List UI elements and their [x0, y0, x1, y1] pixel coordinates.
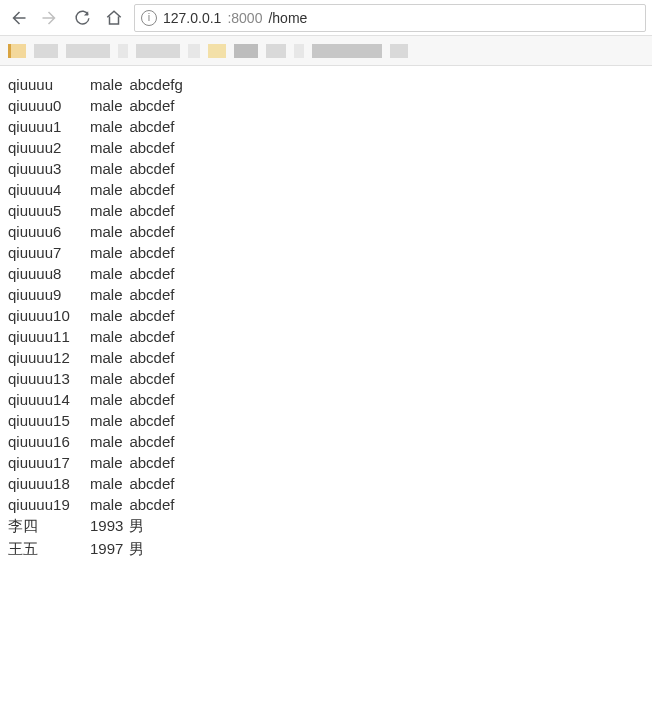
cell-col3: abcdef — [129, 347, 188, 368]
forward-button[interactable] — [38, 6, 62, 30]
cell-col3: abcdef — [129, 116, 188, 137]
cell-col3: abcdef — [129, 158, 188, 179]
browser-toolbar: i 127.0.0.1:8000/home — [0, 0, 652, 36]
table-row: qiuuuu12maleabcdef — [8, 347, 189, 368]
bookmark-item[interactable] — [234, 44, 258, 58]
url-host: 127.0.0.1 — [163, 10, 221, 26]
cell-col2: male — [90, 137, 129, 158]
cell-col3: abcdef — [129, 368, 188, 389]
cell-col2: male — [90, 368, 129, 389]
cell-name: qiuuuu15 — [8, 410, 90, 431]
cell-col3: abcdef — [129, 473, 188, 494]
address-bar[interactable]: i 127.0.0.1:8000/home — [134, 4, 646, 32]
cell-col3: abcdef — [129, 389, 188, 410]
cell-col2: male — [90, 305, 129, 326]
table-row: qiuuuu16maleabcdef — [8, 431, 189, 452]
cell-name: qiuuuu0 — [8, 95, 90, 116]
cell-col2: male — [90, 221, 129, 242]
cell-name: qiuuuu6 — [8, 221, 90, 242]
back-button[interactable] — [6, 6, 30, 30]
bookmark-item[interactable] — [294, 44, 304, 58]
table-row: qiuuuu11maleabcdef — [8, 326, 189, 347]
table-row: qiuuuu15maleabcdef — [8, 410, 189, 431]
bookmark-item[interactable] — [34, 44, 58, 58]
cell-col3: abcdef — [129, 326, 188, 347]
cell-name: qiuuuu18 — [8, 473, 90, 494]
cell-name: qiuuuu14 — [8, 389, 90, 410]
cell-col2: male — [90, 200, 129, 221]
cell-name: qiuuuu11 — [8, 326, 90, 347]
bookmark-item[interactable] — [118, 44, 128, 58]
table-row: qiuuuu5maleabcdef — [8, 200, 189, 221]
cell-name: qiuuuu12 — [8, 347, 90, 368]
cell-col3: abcdef — [129, 179, 188, 200]
bookmark-item[interactable] — [312, 44, 382, 58]
cell-name: qiuuuu13 — [8, 368, 90, 389]
bookmark-item[interactable] — [8, 44, 26, 58]
cell-col2: male — [90, 284, 129, 305]
cell-name: qiuuuu — [8, 74, 90, 95]
cell-col3: abcdefg — [129, 74, 188, 95]
cell-name: qiuuuu1 — [8, 116, 90, 137]
cell-col3: abcdef — [129, 305, 188, 326]
cell-name: qiuuuu9 — [8, 284, 90, 305]
cell-col3: abcdef — [129, 242, 188, 263]
table-row: qiuuuu6maleabcdef — [8, 221, 189, 242]
cell-col3: abcdef — [129, 452, 188, 473]
cell-name: qiuuuu4 — [8, 179, 90, 200]
data-table: qiuuuumaleabcdefgqiuuuu0maleabcdefqiuuuu… — [8, 74, 189, 561]
cell-col3: abcdef — [129, 263, 188, 284]
cell-col2: male — [90, 242, 129, 263]
cell-name: qiuuuu10 — [8, 305, 90, 326]
cell-name: qiuuuu16 — [8, 431, 90, 452]
cell-name: qiuuuu7 — [8, 242, 90, 263]
cell-col2: male — [90, 494, 129, 515]
cell-col2: male — [90, 431, 129, 452]
table-row: qiuuuu2maleabcdef — [8, 137, 189, 158]
cell-col3: 男 — [129, 515, 188, 538]
bookmark-item[interactable] — [390, 44, 408, 58]
bookmark-item[interactable] — [266, 44, 286, 58]
bookmark-item[interactable] — [208, 44, 226, 58]
cell-col2: male — [90, 452, 129, 473]
cell-col2: male — [90, 410, 129, 431]
table-row: qiuuuu1maleabcdef — [8, 116, 189, 137]
cell-col3: abcdef — [129, 137, 188, 158]
table-row: qiuuuu13maleabcdef — [8, 368, 189, 389]
cell-name: qiuuuu8 — [8, 263, 90, 284]
bookmark-item[interactable] — [66, 44, 110, 58]
reload-button[interactable] — [70, 6, 94, 30]
table-row: qiuuuu10maleabcdef — [8, 305, 189, 326]
cell-name: qiuuuu17 — [8, 452, 90, 473]
table-row: qiuuuu0maleabcdef — [8, 95, 189, 116]
table-row: qiuuuu9maleabcdef — [8, 284, 189, 305]
cell-col2: male — [90, 74, 129, 95]
table-row: qiuuuu14maleabcdef — [8, 389, 189, 410]
info-icon: i — [141, 10, 157, 26]
cell-col3: abcdef — [129, 494, 188, 515]
cell-col2: male — [90, 116, 129, 137]
cell-name: 王五 — [8, 538, 90, 561]
cell-col2: male — [90, 473, 129, 494]
cell-col2: male — [90, 263, 129, 284]
table-row: 王五1997男 — [8, 538, 189, 561]
cell-name: qiuuuu5 — [8, 200, 90, 221]
table-row: qiuuuu8maleabcdef — [8, 263, 189, 284]
reload-icon — [74, 9, 91, 26]
cell-col2: male — [90, 326, 129, 347]
table-row: qiuuuu4maleabcdef — [8, 179, 189, 200]
table-row: 李四1993男 — [8, 515, 189, 538]
cell-col2: male — [90, 95, 129, 116]
cell-col2: 1993 — [90, 515, 129, 538]
table-row: qiuuuu17maleabcdef — [8, 452, 189, 473]
home-icon — [105, 9, 123, 27]
cell-name: 李四 — [8, 515, 90, 538]
cell-col2: male — [90, 389, 129, 410]
bookmarks-bar — [0, 36, 652, 66]
cell-col3: abcdef — [129, 200, 188, 221]
cell-col2: male — [90, 179, 129, 200]
bookmark-item[interactable] — [188, 44, 200, 58]
bookmark-item[interactable] — [136, 44, 180, 58]
page-content: qiuuuumaleabcdefgqiuuuu0maleabcdefqiuuuu… — [0, 66, 652, 569]
home-button[interactable] — [102, 6, 126, 30]
